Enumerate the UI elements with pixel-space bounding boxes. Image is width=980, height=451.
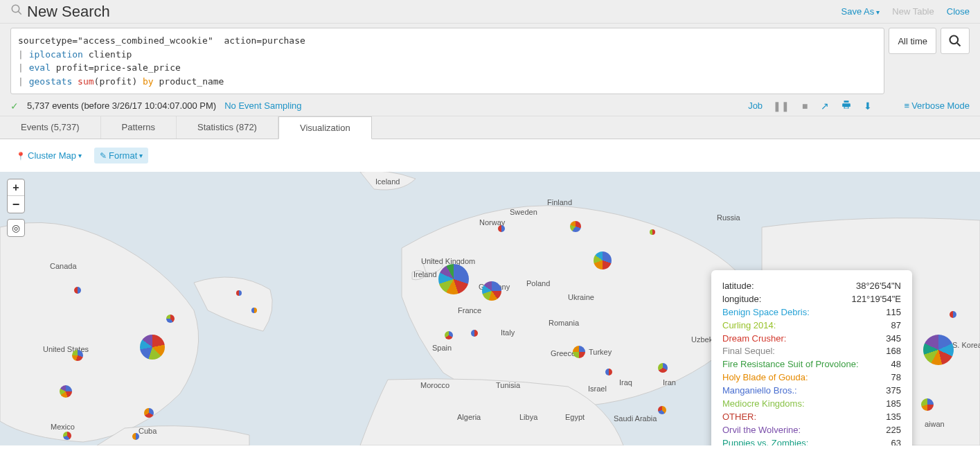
tooltip-value: 115 xyxy=(886,307,901,319)
tooltip-label: Benign Space Debris: xyxy=(722,307,810,319)
map-pie-marker[interactable] xyxy=(60,385,72,398)
map-pie-marker[interactable] xyxy=(445,331,453,339)
map-pie-marker[interactable] xyxy=(950,311,956,318)
tooltip-row: Final Sequel:168 xyxy=(722,345,901,358)
map-pie-marker[interactable] xyxy=(132,433,139,440)
map-pie-marker[interactable] xyxy=(144,408,154,418)
tooltip-row: Curling 2014:87 xyxy=(722,319,901,333)
search-title-icon xyxy=(10,3,23,19)
tooltip-label: Manganiello Bros.: xyxy=(722,385,797,397)
map-pie-marker[interactable] xyxy=(658,406,666,414)
tooltip-value: 63 xyxy=(891,438,901,445)
tooltip-label: Mediocre Kingdoms: xyxy=(722,398,805,410)
page-title: New Search xyxy=(27,3,110,21)
tab-statistics[interactable]: Statistics (872) xyxy=(177,116,278,139)
tooltip-value: 38°26'54"N xyxy=(856,281,901,292)
format-dropdown[interactable]: Format▾ xyxy=(94,148,148,163)
viz-toolbar: Cluster Map▾ Format▾ xyxy=(0,139,980,172)
pencil-icon xyxy=(100,150,107,161)
tooltip-row: Puppies vs. Zombies:63 xyxy=(722,437,901,445)
search-button[interactable] xyxy=(941,28,970,54)
tooltip-value: 121°19'54"E xyxy=(851,294,901,306)
zoom-in-button[interactable]: + xyxy=(8,179,24,196)
map-pie-marker[interactable] xyxy=(605,369,612,375)
tooltip-value: 48 xyxy=(891,359,901,371)
map-tooltip: latitude:38°26'54"Nlongitude:121°19'54"E… xyxy=(711,270,912,445)
tooltip-row: Mediocre Kingdoms:185 xyxy=(722,398,901,411)
print-icon[interactable] xyxy=(839,100,853,112)
viz-type-dropdown[interactable]: Cluster Map▾ xyxy=(10,148,87,163)
locate-button[interactable]: ◎ xyxy=(7,219,25,237)
pause-icon[interactable]: ❚❚ xyxy=(771,100,792,112)
tab-visualization[interactable]: Visualization xyxy=(278,116,372,139)
map-pie-marker[interactable] xyxy=(921,398,934,411)
map-pie-marker[interactable] xyxy=(438,264,469,294)
tooltip-row: Benign Space Debris:115 xyxy=(722,306,901,319)
map-pie-marker[interactable] xyxy=(166,315,175,323)
tooltip-row: Dream Crusher:345 xyxy=(722,333,901,346)
tab-events[interactable]: Events (5,737) xyxy=(0,116,101,139)
map-pie-marker[interactable] xyxy=(63,432,71,440)
map-pie-marker[interactable] xyxy=(650,229,655,235)
tab-patterns[interactable]: Patterns xyxy=(101,116,177,139)
tooltip-row: Orvil the Wolverine:225 xyxy=(722,424,901,437)
map-pie-marker[interactable] xyxy=(498,225,505,232)
tooltip-label: Dream Crusher: xyxy=(722,333,786,345)
time-range-picker[interactable]: All time xyxy=(889,28,936,54)
share-icon[interactable]: ↗ xyxy=(819,100,831,112)
map-pie-marker[interactable] xyxy=(236,290,242,296)
new-table-link: New Table xyxy=(892,6,934,17)
map-pie-marker[interactable] xyxy=(482,281,501,301)
tooltip-label: Holy Blade of Gouda: xyxy=(722,372,808,384)
tooltip-value: 345 xyxy=(886,333,901,345)
map-pie-marker[interactable] xyxy=(140,335,165,360)
event-sampling-dropdown[interactable]: No Event Sampling xyxy=(224,100,301,111)
map-visualization[interactable]: + − ◎ IcelandCanadaUnited StatesMexicoCu… xyxy=(0,172,980,445)
svg-line-1 xyxy=(18,11,21,15)
result-tabs: Events (5,737) Patterns Statistics (872)… xyxy=(0,116,980,139)
header: New Search Save As New Table Close xyxy=(0,0,980,24)
tooltip-value: 185 xyxy=(886,398,901,410)
job-dropdown[interactable]: Job xyxy=(748,100,763,111)
close-link[interactable]: Close xyxy=(947,6,970,17)
map-pie-marker[interactable] xyxy=(471,330,478,337)
search-row: sourcetype="access_combined_wcookie" act… xyxy=(0,24,980,94)
tooltip-label: latitude: xyxy=(722,281,754,292)
tooltip-value: 375 xyxy=(886,385,901,397)
map-pie-marker[interactable] xyxy=(72,350,83,361)
tooltip-label: OTHER: xyxy=(722,412,756,423)
map-pie-marker[interactable] xyxy=(251,308,257,313)
map-pie-marker[interactable] xyxy=(594,251,612,269)
tooltip-label: Puppies vs. Zombies: xyxy=(722,438,808,445)
tooltip-row: latitude:38°26'54"N xyxy=(722,280,901,293)
event-count-text: 5,737 events (before 3/26/17 10:04:07.00… xyxy=(27,100,216,111)
tooltip-value: 135 xyxy=(886,412,901,423)
tooltip-row: Manganiello Bros.:375 xyxy=(722,384,901,398)
download-icon[interactable]: ⬇ xyxy=(862,100,874,112)
svg-point-2 xyxy=(950,36,959,44)
tooltip-label: longitude: xyxy=(722,294,761,306)
tooltip-label: Final Sequel: xyxy=(722,346,775,357)
search-mode-dropdown[interactable]: Verbose Mode xyxy=(905,100,970,111)
search-input[interactable]: sourcetype="access_combined_wcookie" act… xyxy=(10,28,884,94)
map-pie-marker[interactable] xyxy=(658,363,668,373)
tooltip-value: 78 xyxy=(891,372,901,384)
tooltip-value: 87 xyxy=(891,320,901,332)
tooltip-row: OTHER:135 xyxy=(722,411,901,424)
map-pie-marker[interactable] xyxy=(74,287,81,294)
zoom-out-button[interactable]: − xyxy=(8,196,24,213)
svg-line-3 xyxy=(957,43,961,46)
map-controls: + − ◎ xyxy=(7,179,25,237)
tooltip-value: 168 xyxy=(886,346,901,357)
svg-point-0 xyxy=(12,5,19,12)
save-as-dropdown[interactable]: Save As xyxy=(841,6,880,17)
tooltip-value: 225 xyxy=(886,425,901,436)
map-pie-marker[interactable] xyxy=(573,346,585,358)
stop-icon[interactable]: ■ xyxy=(800,100,810,112)
map-pie-marker[interactable] xyxy=(923,335,954,365)
tooltip-row: longitude:121°19'54"E xyxy=(722,293,901,306)
map-pie-marker[interactable] xyxy=(570,221,581,232)
tooltip-row: Holy Blade of Gouda:78 xyxy=(722,371,901,384)
tooltip-label: Fire Resistance Suit of Provolone: xyxy=(722,359,859,371)
pin-icon xyxy=(16,150,26,161)
